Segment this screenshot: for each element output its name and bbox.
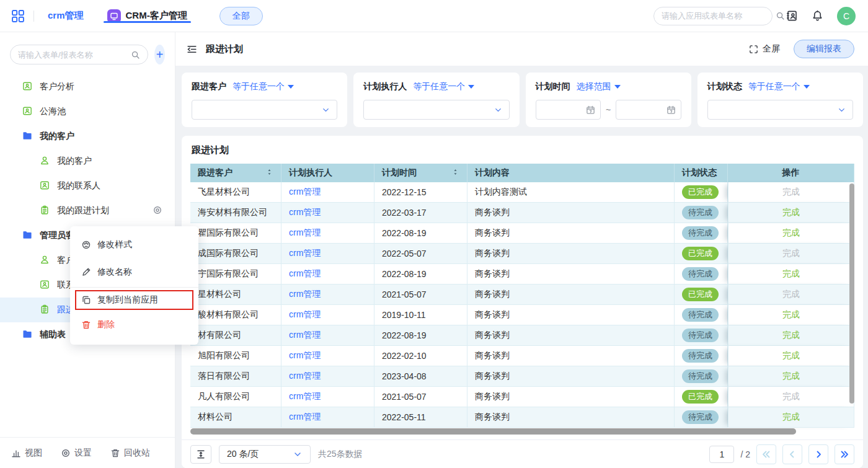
context-menu-item-2[interactable]: 复制到当前应用 <box>76 291 192 309</box>
page-number-input[interactable] <box>709 446 734 463</box>
sidebar-footer-gear[interactable]: 设置 <box>61 448 92 459</box>
filter-select[interactable] <box>363 100 509 120</box>
executor-link[interactable]: crm管理 <box>289 227 321 239</box>
complete-action-button[interactable]: 完成 <box>782 268 800 280</box>
executor-link[interactable]: crm管理 <box>289 330 321 341</box>
filter-operator[interactable]: 等于任意一个 <box>413 81 474 92</box>
form-icon <box>22 81 32 91</box>
complete-action-button[interactable]: 完成 <box>782 371 800 382</box>
first-page-button[interactable] <box>756 444 776 464</box>
status-badge: 待完成 <box>682 329 719 342</box>
cell-customer: 飞星材料公司 <box>190 182 281 203</box>
complete-action-button[interactable]: 完成 <box>782 309 800 320</box>
filter-operator[interactable]: 等于任意一个 <box>748 81 810 92</box>
filter-all-pill[interactable]: 全部 <box>219 7 263 25</box>
complete-action-button[interactable]: 完成 <box>782 412 800 423</box>
app-tab-label: CRM-客户管理 <box>126 10 187 22</box>
gear-icon[interactable] <box>153 205 162 215</box>
bell-icon[interactable] <box>812 10 823 22</box>
sidebar-item-2[interactable]: 我的客户 <box>0 124 175 149</box>
search-icon[interactable] <box>776 11 785 20</box>
avatar[interactable]: C <box>837 7 856 25</box>
executor-link[interactable]: crm管理 <box>289 309 321 320</box>
cell-content: 商务谈判 <box>467 366 675 387</box>
cell-action: 完成 <box>728 264 854 285</box>
sidebar-item-1[interactable]: 公海池 <box>0 99 175 124</box>
global-search[interactable] <box>653 7 773 25</box>
last-page-button[interactable] <box>835 444 854 464</box>
sidebar-item-5[interactable]: 我的跟进计划 <box>0 198 175 223</box>
column-label: 计划内容 <box>475 167 510 179</box>
complete-action-button: 完成 <box>782 289 800 300</box>
tab-crm-app[interactable]: CRM-客户管理 <box>97 9 197 23</box>
cell-customer: 酸材料有限公司 <box>190 305 281 325</box>
date-end-input[interactable] <box>616 100 681 120</box>
page-size-select[interactable]: 20 条/页 <box>219 445 311 464</box>
sidebar-item-label: 我的跟进计划 <box>57 205 109 216</box>
sidebar-footer-chart-view[interactable]: 视图 <box>11 448 42 459</box>
executor-link[interactable]: crm管理 <box>289 412 321 423</box>
executor-link[interactable]: crm管理 <box>289 268 321 280</box>
app-grid-icon[interactable] <box>11 9 25 23</box>
date-start-input[interactable] <box>536 100 601 120</box>
contacts-icon[interactable] <box>786 10 798 22</box>
executor-link[interactable]: crm管理 <box>289 248 321 259</box>
context-menu-item-0[interactable]: 修改样式 <box>70 231 198 258</box>
table-row: 旭阳有限公司 crm管理 2022-02-10 商务谈判 待完成 完成 <box>190 346 854 366</box>
filter-select[interactable] <box>707 100 853 120</box>
sort-icon[interactable] <box>451 168 459 176</box>
executor-link[interactable]: crm管理 <box>289 207 321 218</box>
vertical-scrollbar[interactable] <box>849 183 854 404</box>
sidebar-footer-trash[interactable]: 回收站 <box>110 448 150 459</box>
cell-action: 完成 <box>728 366 854 387</box>
annotation-highlight-box: 复制到当前应用 <box>75 290 193 310</box>
executor-link[interactable]: crm管理 <box>289 371 321 382</box>
sidebar-item-3[interactable]: 我的客户 <box>0 149 175 174</box>
complete-action-button[interactable]: 完成 <box>782 207 800 218</box>
column-header-1[interactable]: 计划执行人 <box>281 164 374 182</box>
caret-down-icon <box>288 85 294 89</box>
cell-action: 完成 <box>728 305 854 325</box>
global-search-input[interactable] <box>662 11 771 20</box>
sidebar-item-4[interactable]: 我的联系人 <box>0 174 175 198</box>
sidebar-footer: 视图 设置 回收站 <box>0 437 175 468</box>
complete-action-button[interactable]: 完成 <box>782 227 800 239</box>
column-header-4[interactable]: 计划状态 <box>675 164 728 182</box>
status-badge: 已完成 <box>682 247 719 260</box>
sidebar-item-0[interactable]: 客户分析 <box>0 74 175 99</box>
filter-operator[interactable]: 等于任意一个 <box>232 81 294 92</box>
column-header-0[interactable]: 跟进客户 <box>190 164 281 182</box>
column-label: 计划状态 <box>682 167 717 179</box>
context-menu-item-3[interactable]: 删除 <box>70 311 198 338</box>
cell-executor: crm管理 <box>281 264 374 285</box>
menu-fold-icon[interactable] <box>187 44 197 55</box>
filter-select[interactable] <box>192 100 337 120</box>
complete-action-button[interactable]: 完成 <box>782 350 800 361</box>
executor-link[interactable]: crm管理 <box>289 289 321 300</box>
workspace-name[interactable]: crm管理 <box>43 10 89 22</box>
column-header-5[interactable]: 操作 <box>728 164 854 182</box>
row-height-toggle-button[interactable] <box>190 445 211 464</box>
edit-report-button[interactable]: 编辑报表 <box>794 40 854 58</box>
executor-link[interactable]: crm管理 <box>289 187 321 198</box>
filter-card-0: 跟进客户 等于任意一个 <box>182 73 347 127</box>
filter-operator[interactable]: 选择范围 <box>577 81 621 92</box>
table-row: 材有限公司 crm管理 2022-08-19 商务谈判 待完成 完成 <box>190 325 854 346</box>
total-count: 共25条数据 <box>318 449 363 460</box>
fullscreen-button[interactable]: 全屏 <box>749 43 780 55</box>
executor-link[interactable]: crm管理 <box>289 350 321 361</box>
next-page-button[interactable] <box>808 444 828 464</box>
sort-icon[interactable] <box>265 168 273 176</box>
complete-action-button[interactable]: 完成 <box>782 330 800 341</box>
sidebar-search-input[interactable] <box>18 50 127 60</box>
executor-link[interactable]: crm管理 <box>289 391 321 402</box>
prev-page-button[interactable] <box>782 444 802 464</box>
search-icon[interactable] <box>131 50 140 60</box>
column-header-3[interactable]: 计划内容 <box>467 164 675 182</box>
column-header-2[interactable]: 计划时间 <box>374 164 467 182</box>
context-menu-item-1[interactable]: 修改名称 <box>70 258 198 286</box>
add-form-button[interactable]: + <box>154 45 165 64</box>
sidebar-search[interactable] <box>10 45 148 64</box>
horizontal-scrollbar[interactable] <box>190 428 796 435</box>
sidebar: + 客户分析 公海池 我的客户 我的客户 我的联系人 我的跟进计划 管理员客 <box>0 32 175 468</box>
